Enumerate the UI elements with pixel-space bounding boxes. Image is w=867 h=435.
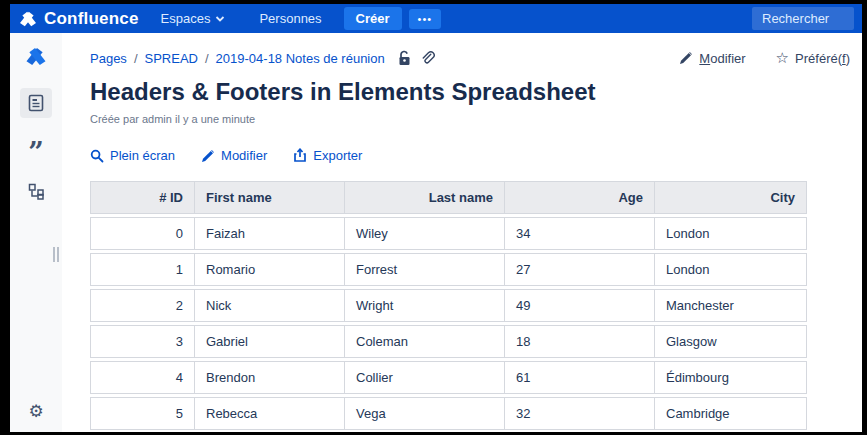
sidebar-confluence-logo-icon[interactable] (24, 47, 48, 66)
paperclip-icon[interactable] (420, 50, 435, 66)
spreadsheet-toolbar: Plein écran Modifier (90, 148, 854, 163)
favorite-button[interactable]: ☆ Préféré(f) (776, 49, 850, 67)
table-row: 1RomarioForrest27London (90, 253, 807, 286)
edit-spreadsheet-label: Modifier (221, 148, 267, 163)
nav-spaces-label: Espaces (161, 11, 211, 26)
nav-people-label: Personnes (259, 11, 321, 26)
more-menu-button[interactable]: ••• (409, 9, 442, 29)
table-cell: 49 (505, 289, 655, 322)
breadcrumb: Pages / SPREAD / 2019-04-18 Notes de réu… (90, 51, 385, 66)
export-button[interactable]: Exporter (293, 148, 362, 163)
page-byline: Créée par admin il y a une minute (90, 113, 854, 125)
table-cell: 32 (505, 397, 655, 430)
table-cell: Gabriel (195, 325, 345, 358)
breadcrumb-separator: / (134, 51, 138, 66)
page-actions: Modifier ☆ Préféré(f) (679, 49, 854, 67)
column-header[interactable]: Last name (345, 181, 505, 214)
settings-gear-icon[interactable]: ⚙ (28, 401, 43, 422)
breadcrumb-pages[interactable]: Pages (90, 51, 127, 66)
search-box (752, 7, 854, 30)
tree-icon (28, 183, 45, 200)
table-cell: Manchester (655, 289, 807, 322)
magnifier-icon (90, 149, 104, 163)
pencil-icon (201, 149, 215, 163)
sidebar-item-quotes[interactable]: ” (20, 132, 52, 162)
chevron-down-icon (215, 15, 225, 23)
page-content: Pages / SPREAD / 2019-04-18 Notes de réu… (62, 33, 862, 432)
nav-spaces[interactable]: Espaces (161, 11, 226, 26)
table-cell: 18 (505, 325, 655, 358)
create-button[interactable]: Créer (344, 7, 402, 30)
table-cell: London (655, 217, 807, 250)
table-cell: 61 (505, 361, 655, 394)
table-cell: 5 (90, 397, 195, 430)
table-cell: Collier (345, 361, 505, 394)
table-row: 2NickWright49Manchester (90, 289, 807, 322)
export-label: Exporter (313, 148, 362, 163)
sidebar-item-pages[interactable] (20, 88, 52, 118)
table-row: 0FaizahWiley34London (90, 217, 807, 250)
table-cell: Forrest (345, 253, 505, 286)
table-cell: Glasgow (655, 325, 807, 358)
column-header[interactable]: City (655, 181, 807, 214)
table-cell: 27 (505, 253, 655, 286)
fullscreen-button[interactable]: Plein écran (90, 148, 175, 163)
table-cell: Faizah (195, 217, 345, 250)
fullscreen-label: Plein écran (110, 148, 175, 163)
edit-page-label: Modifier (699, 51, 745, 66)
column-header[interactable]: # ID (90, 181, 195, 214)
breadcrumb-space[interactable]: SPREAD (145, 51, 198, 66)
table-cell: Édimbourg (655, 361, 807, 394)
table-row: 5RebeccaVega32Cambridge (90, 397, 807, 430)
unlock-icon[interactable] (397, 50, 412, 66)
breadcrumb-row: Pages / SPREAD / 2019-04-18 Notes de réu… (90, 49, 854, 67)
table-row: 4BrendonCollier61Édimbourg (90, 361, 807, 394)
table-cell: 1 (90, 253, 195, 286)
spreadsheet-table: # IDFirst nameLast nameAgeCity 0FaizahWi… (90, 178, 807, 432)
search-input[interactable] (752, 7, 854, 30)
table-cell: Coleman (345, 325, 505, 358)
star-icon: ☆ (776, 49, 789, 67)
table-cell: 4 (90, 361, 195, 394)
quote-icon: ” (28, 148, 44, 158)
confluence-home-link[interactable]: Confluence (18, 9, 139, 29)
pencil-icon (679, 51, 693, 65)
table-cell: 3 (90, 325, 195, 358)
favorite-label: Préféré(f) (795, 51, 850, 66)
breadcrumb-separator: / (205, 51, 209, 66)
edit-page-button[interactable]: Modifier (679, 51, 745, 66)
edit-spreadsheet-button[interactable]: Modifier (201, 148, 267, 163)
nav-people[interactable]: Personnes (259, 11, 321, 26)
table-cell: Nick (195, 289, 345, 322)
sidebar-resize-grip[interactable] (53, 247, 59, 262)
table-cell: 2 (90, 289, 195, 322)
table-cell: Brendon (195, 361, 345, 394)
table-cell: 34 (505, 217, 655, 250)
left-sidebar: ” ⚙ (10, 33, 62, 432)
top-nav: Espaces Personnes (161, 11, 322, 26)
confluence-window: Confluence Espaces Personnes Créer ••• (10, 4, 862, 432)
table-cell: Wiley (345, 217, 505, 250)
table-row: 3GabrielColeman18Glasgow (90, 325, 807, 358)
sidebar-item-page-tree[interactable] (20, 176, 52, 206)
column-header[interactable]: First name (195, 181, 345, 214)
top-navigation-bar: Confluence Espaces Personnes Créer ••• (10, 4, 862, 33)
breadcrumb-current-page[interactable]: 2019-04-18 Notes de réunion (216, 51, 385, 66)
table-header-row: # IDFirst nameLast nameAgeCity (90, 181, 807, 214)
table-cell: 0 (90, 217, 195, 250)
table-cell: Rebecca (195, 397, 345, 430)
confluence-logo-icon (18, 11, 38, 27)
table-cell: Wright (345, 289, 505, 322)
page-title: Headers & Footers in Elements Spreadshee… (90, 78, 854, 106)
table-cell: Romario (195, 253, 345, 286)
product-name: Confluence (44, 9, 139, 29)
table-cell: London (655, 253, 807, 286)
page-status-icons (397, 50, 435, 66)
table-cell: Vega (345, 397, 505, 430)
column-header[interactable]: Age (505, 181, 655, 214)
export-icon (293, 148, 307, 163)
table-cell: Cambridge (655, 397, 807, 430)
page-icon (28, 94, 44, 112)
